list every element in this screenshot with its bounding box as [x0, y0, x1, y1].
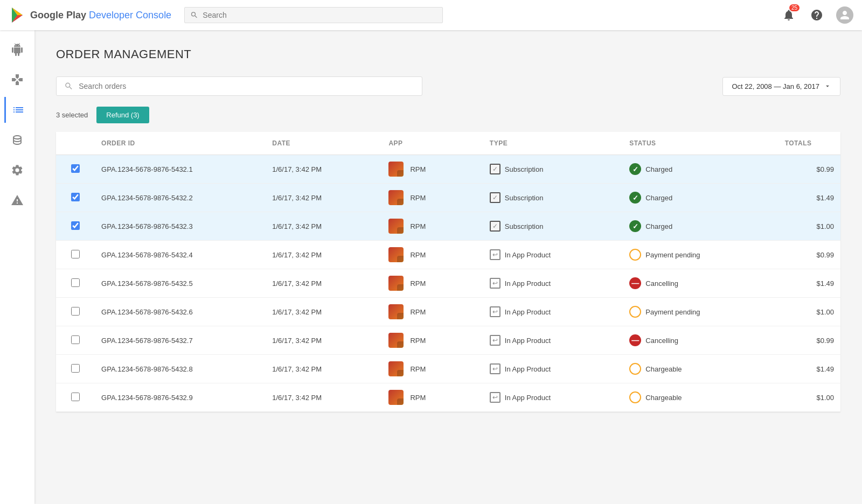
- filters-row: Oct 22, 2008 — Jan 6, 2017: [56, 76, 840, 96]
- row-status: Chargeable: [623, 383, 778, 412]
- inapp-icon: ↩: [490, 392, 500, 403]
- row-total: $0.99: [778, 241, 840, 269]
- row-checkbox[interactable]: [71, 278, 80, 287]
- col-header-checkbox: [56, 132, 95, 155]
- order-search-input[interactable]: [79, 82, 414, 90]
- row-date: 1/6/17, 3:42 PM: [266, 269, 382, 298]
- app-icon: [388, 361, 404, 376]
- row-type: ↩In App Product: [483, 383, 623, 412]
- row-order-id: GPA.1234-5678-9876-5432.5: [95, 269, 266, 298]
- row-app: RPM: [382, 269, 483, 298]
- table-body: GPA.1234-5678-9876-5432.11/6/17, 3:42 PM…: [56, 155, 840, 412]
- table-row: GPA.1234-5678-9876-5432.41/6/17, 3:42 PM…: [56, 241, 840, 269]
- table-row: GPA.1234-5678-9876-5432.81/6/17, 3:42 PM…: [56, 355, 840, 383]
- sidebar-item-game-services[interactable]: [4, 67, 30, 93]
- row-checkbox[interactable]: [71, 393, 80, 401]
- row-order-id: GPA.1234-5678-9876-5432.9: [95, 383, 266, 412]
- database-icon: [11, 134, 24, 146]
- status-icon: [629, 363, 641, 375]
- inapp-icon: ↩: [490, 335, 500, 346]
- status-label: Cancelling: [645, 279, 678, 288]
- row-type: ↩In App Product: [483, 269, 623, 298]
- app-icon: [388, 276, 404, 291]
- row-checkbox[interactable]: [71, 335, 80, 344]
- status-icon: [629, 163, 641, 175]
- app-cell: RPM: [388, 333, 476, 348]
- row-type: ✓Subscription: [483, 184, 623, 212]
- app-name: RPM: [410, 337, 426, 345]
- app-icon: [388, 219, 404, 234]
- app-name: RPM: [410, 279, 426, 288]
- sidebar-item-settings[interactable]: [4, 157, 30, 183]
- row-checkbox[interactable]: [71, 307, 80, 316]
- app-name: RPM: [410, 165, 426, 173]
- row-status: Charged: [623, 184, 778, 212]
- status-icon: [629, 249, 641, 261]
- status-label: Cancelling: [645, 337, 678, 345]
- sidebar-item-orders[interactable]: [4, 97, 30, 123]
- row-order-id: GPA.1234-5678-9876-5432.7: [95, 326, 266, 355]
- action-row: 3 selected Refund (3): [56, 107, 840, 123]
- table-row: GPA.1234-5678-9876-5432.31/6/17, 3:42 PM…: [56, 212, 840, 241]
- app-cell: RPM: [388, 304, 476, 319]
- col-header-type: TYPE: [483, 132, 623, 155]
- status-icon: [629, 192, 641, 204]
- row-type: ✓Subscription: [483, 212, 623, 241]
- row-date: 1/6/17, 3:42 PM: [266, 155, 382, 184]
- user-avatar[interactable]: [836, 6, 853, 24]
- global-search-bar[interactable]: [184, 7, 443, 23]
- help-button[interactable]: [808, 6, 825, 24]
- row-checkbox[interactable]: [71, 250, 80, 258]
- row-checkbox[interactable]: [71, 193, 80, 201]
- row-type: ↩In App Product: [483, 298, 623, 326]
- row-app: RPM: [382, 155, 483, 184]
- row-app: RPM: [382, 184, 483, 212]
- type-label: Subscription: [505, 222, 544, 230]
- app-cell: RPM: [388, 190, 476, 205]
- app-icon: [388, 162, 404, 177]
- date-range-picker[interactable]: Oct 22, 2008 — Jan 6, 2017: [722, 77, 840, 96]
- sidebar-item-apps[interactable]: [4, 37, 30, 62]
- col-header-totals: TOTALS: [778, 132, 840, 155]
- status-icon: [629, 277, 641, 289]
- row-type: ✓Subscription: [483, 155, 623, 184]
- app-icon: [388, 390, 404, 405]
- status-label: Chargeable: [645, 365, 682, 373]
- list-icon: [12, 103, 25, 116]
- row-checkbox[interactable]: [71, 364, 80, 373]
- row-status: Payment pending: [623, 241, 778, 269]
- row-app: RPM: [382, 355, 483, 383]
- row-order-id: GPA.1234-5678-9876-5432.4: [95, 241, 266, 269]
- inapp-icon: ↩: [490, 278, 500, 289]
- refund-button[interactable]: Refund (3): [96, 107, 149, 123]
- row-checkbox[interactable]: [71, 221, 80, 230]
- row-total: $1.49: [778, 269, 840, 298]
- help-icon: [810, 9, 823, 22]
- app-cell: RPM: [388, 247, 476, 262]
- status-label: Charged: [645, 194, 672, 202]
- inapp-icon: ↩: [490, 249, 500, 260]
- order-search-container[interactable]: [56, 76, 422, 96]
- notification-bell[interactable]: 25: [780, 6, 797, 24]
- status-label: Chargeable: [645, 394, 682, 402]
- global-search-input[interactable]: [203, 11, 437, 19]
- sidebar-item-alerts[interactable]: [4, 187, 30, 213]
- nav-icons: 25: [780, 6, 853, 24]
- col-header-date: DATE: [266, 132, 382, 155]
- row-order-id: GPA.1234-5678-9876-5432.1: [95, 155, 266, 184]
- type-label: Subscription: [505, 194, 544, 202]
- row-app: RPM: [382, 326, 483, 355]
- row-type: ↩In App Product: [483, 326, 623, 355]
- person-icon: [839, 10, 850, 20]
- row-checkbox[interactable]: [71, 164, 80, 173]
- table-row: GPA.1234-5678-9876-5432.91/6/17, 3:42 PM…: [56, 383, 840, 412]
- subscription-icon: ✓: [490, 221, 500, 232]
- type-label: Subscription: [505, 165, 544, 173]
- sidebar-item-reports[interactable]: [4, 127, 30, 153]
- type-label: In App Product: [505, 394, 551, 402]
- app-cell: RPM: [388, 219, 476, 234]
- row-date: 1/6/17, 3:42 PM: [266, 326, 382, 355]
- app-name: RPM: [410, 251, 426, 259]
- inapp-icon: ↩: [490, 306, 500, 317]
- row-total: $1.49: [778, 355, 840, 383]
